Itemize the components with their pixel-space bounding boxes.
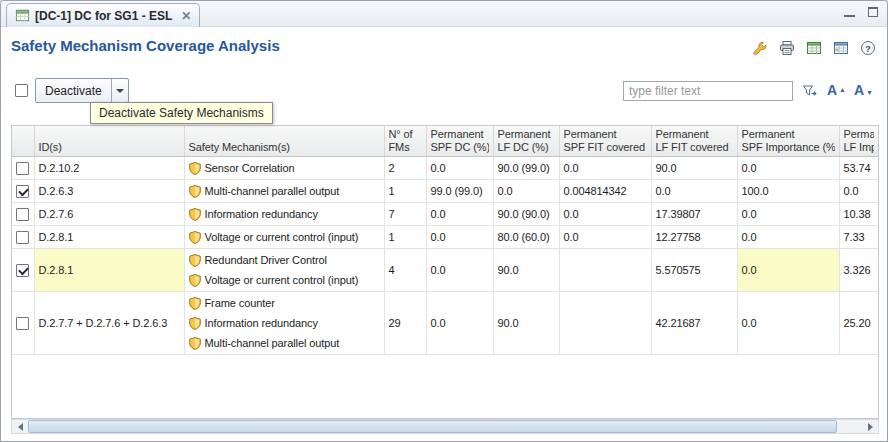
deactivate-dropdown[interactable]	[112, 79, 128, 102]
dc-table-icon	[15, 8, 30, 23]
mechanism-label: Information redundancy	[205, 317, 318, 329]
row-checkbox[interactable]	[16, 264, 29, 277]
cell-lf-fit: 17.39807	[651, 203, 737, 226]
col-header-mechanisms[interactable]: Safety Mechanism(s)	[184, 126, 384, 157]
cell-spf-importance: 100.0	[737, 180, 839, 203]
cell-lf-dc: 90.0 (90.0)	[493, 203, 559, 226]
row-checkbox[interactable]	[16, 185, 29, 198]
cell-lf-dc: 0.0	[493, 180, 559, 203]
cell-mechanisms: Redundant Driver Control Voltage or curr…	[184, 249, 384, 292]
table-row[interactable]: D.2.10.2 Sensor Correlation 2 0.0 90.0 (…	[12, 157, 878, 180]
scroll-right-button[interactable]	[862, 420, 878, 433]
chevron-down-icon	[116, 89, 124, 93]
filter-input[interactable]	[623, 81, 793, 101]
deactivate-button[interactable]: Deactivate	[35, 78, 129, 103]
col-header-lf-fit[interactable]: PermanentLF FIT covered	[651, 126, 737, 157]
help-icon[interactable]: ?	[859, 39, 877, 57]
export-table-icon[interactable]	[805, 39, 823, 57]
export-report-icon[interactable]	[832, 39, 850, 57]
cell-lf-importance: 7.33	[839, 226, 878, 249]
col-header-spf-dc[interactable]: PermanentSPF DC (%)	[426, 126, 493, 157]
font-letter: A	[827, 82, 837, 98]
cell-spf-fit	[559, 249, 651, 292]
cell-ids: D.2.6.3	[34, 180, 184, 203]
table-row[interactable]: D.2.6.3 Multi-channel parallel output 1 …	[12, 180, 878, 203]
col-header-spf-importance[interactable]: PermanentSPF Importance (%)	[737, 126, 839, 157]
cell-ids: D.2.10.2	[34, 157, 184, 180]
shield-icon	[189, 297, 201, 310]
cell-spf-importance: 0.0	[737, 292, 839, 355]
editor-tab[interactable]: [DC-1] DC for SG1 - ESL ✕	[6, 3, 200, 27]
cell-ids: D.2.8.1	[34, 226, 184, 249]
cell-mechanisms: Frame counter Information redundancy Mul…	[184, 292, 384, 355]
select-all-checkbox[interactable]	[15, 84, 28, 97]
editor-window: [DC-1] DC for SG1 - ESL ✕ Safety Mechani…	[0, 0, 888, 442]
editor-tab-bar: [DC-1] DC for SG1 - ESL ✕	[1, 1, 887, 27]
shield-icon	[189, 337, 201, 350]
mechanism-label: Multi-channel parallel output	[205, 337, 340, 349]
arrow-right-icon	[868, 423, 873, 431]
maximize-icon[interactable]	[868, 7, 878, 17]
table-row[interactable]: D.2.8.1 Voltage or current control (inpu…	[12, 226, 878, 249]
table-row[interactable]: D.2.7.6 Information redundancy 7 0.0 90.…	[12, 203, 878, 226]
arrow-left-icon	[18, 423, 23, 431]
tools-icon[interactable]	[751, 39, 769, 57]
row-checkbox[interactable]	[16, 317, 29, 330]
cell-spf-importance: 0.0	[737, 157, 839, 180]
cell-lf-importance: 10.38	[839, 203, 878, 226]
col-header-checkbox	[12, 126, 34, 157]
scrollbar-thumb[interactable]	[28, 420, 837, 433]
cell-spf-dc: 0.0	[426, 292, 493, 355]
shield-icon	[189, 185, 201, 198]
scrollbar-track[interactable]	[28, 420, 862, 433]
row-checkbox[interactable]	[16, 208, 29, 221]
cell-lf-importance: 53.74	[839, 157, 878, 180]
shield-icon	[189, 274, 201, 287]
cell-spf-fit: 0.0	[559, 226, 651, 249]
shield-icon	[189, 231, 201, 244]
col-header-lf-importance[interactable]: PermanentLF Importance (%)	[839, 126, 878, 157]
table-row[interactable]: D.2.8.1 Redundant Driver Control Voltage…	[12, 249, 878, 292]
cell-lf-fit: 90.0	[651, 157, 737, 180]
print-icon[interactable]	[778, 39, 796, 57]
cell-spf-dc: 0.0	[426, 226, 493, 249]
font-letter: A	[854, 82, 864, 98]
cell-mechanisms: Multi-channel parallel output	[184, 180, 384, 203]
cell-spf-fit	[559, 292, 651, 355]
row-checkbox[interactable]	[16, 162, 29, 175]
horizontal-scrollbar[interactable]	[11, 419, 879, 434]
shield-icon	[189, 208, 201, 221]
col-header-fms[interactable]: N° ofFMs	[384, 126, 426, 157]
scroll-left-button[interactable]	[12, 420, 28, 433]
cell-spf-dc: 0.0	[426, 249, 493, 292]
cell-lf-fit: 12.27758	[651, 226, 737, 249]
mechanism-label: Frame counter	[205, 297, 275, 309]
increase-font-icon[interactable]: A▲	[827, 83, 846, 99]
tab-title: [DC-1] DC for SG1 - ESL	[35, 9, 172, 23]
col-header-ids[interactable]: ID(s)	[34, 126, 184, 157]
col-header-spf-fit[interactable]: PermanentSPF FIT covered	[559, 126, 651, 157]
title-icon-toolbar: ?	[751, 39, 877, 57]
cell-spf-fit: 0.0	[559, 203, 651, 226]
filter-icon[interactable]	[801, 82, 819, 100]
cell-spf-dc: 0.0	[426, 203, 493, 226]
tab-close-icon[interactable]: ✕	[181, 10, 191, 22]
cell-ids: D.2.7.7 + D.2.7.6 + D.2.6.3	[34, 292, 184, 355]
header-row: ID(s) Safety Mechanism(s) N° ofFMs Perma…	[12, 126, 878, 157]
cell-lf-importance: 3.326	[839, 249, 878, 292]
row-checkbox[interactable]	[16, 231, 29, 244]
minimize-icon[interactable]	[844, 8, 855, 17]
col-header-lf-dc[interactable]: PermanentLF DC (%)	[493, 126, 559, 157]
decrease-font-icon[interactable]: A▼	[854, 83, 873, 99]
arrow-up-glyph: ▲	[839, 82, 846, 97]
cell-mechanisms: Sensor Correlation	[184, 157, 384, 180]
filter-toolbar: A▲ A▼	[623, 81, 873, 101]
mechanism-label: Redundant Driver Control	[205, 254, 327, 266]
cell-lf-fit: 5.570575	[651, 249, 737, 292]
cell-lf-dc: 80.0 (60.0)	[493, 226, 559, 249]
table-row[interactable]: D.2.7.7 + D.2.7.6 + D.2.6.3 Frame counte…	[12, 292, 878, 355]
svg-text:?: ?	[865, 44, 871, 54]
cell-lf-fit: 42.21687	[651, 292, 737, 355]
tooltip: Deactivate Safety Mechanisms	[90, 102, 273, 124]
cell-ids: D.2.7.6	[34, 203, 184, 226]
